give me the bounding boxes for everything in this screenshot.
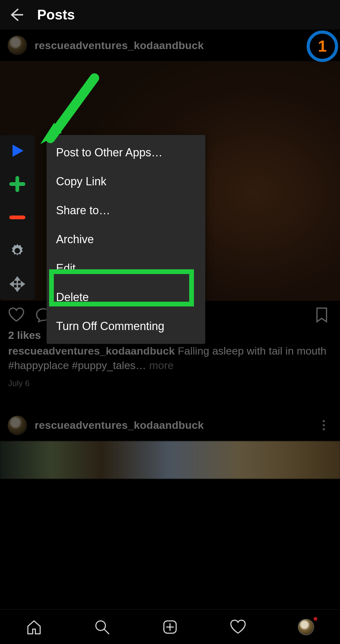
nav-home[interactable]: [25, 618, 43, 636]
avatar: [298, 619, 314, 635]
post-author-row: rescueadventures_kodaandbuck: [0, 30, 340, 61]
post-timestamp: July 6: [8, 378, 332, 388]
heart-icon: [230, 619, 246, 635]
bottom-nav: [0, 609, 340, 644]
nav-search[interactable]: [93, 618, 111, 636]
svg-line-5: [105, 629, 109, 634]
search-icon: [94, 619, 110, 635]
bookmark-icon: [314, 307, 330, 323]
menu-post-other-apps[interactable]: Post to Other Apps…: [47, 138, 205, 167]
post-username[interactable]: rescueadventures_kodaandbuck: [35, 39, 317, 52]
post-more-button[interactable]: [317, 419, 330, 432]
notification-dot-icon: [314, 617, 317, 621]
gear-icon: [9, 243, 26, 259]
move-button[interactable]: [8, 275, 27, 294]
nav-activity[interactable]: [229, 618, 247, 636]
menu-delete[interactable]: Delete: [47, 283, 205, 312]
annotation-toolbar: [0, 135, 35, 300]
play-icon: [9, 143, 26, 159]
post-author-row: rescueadventures_kodaandbuck: [0, 410, 340, 441]
page-title: Posts: [37, 7, 75, 23]
play-button[interactable]: [8, 141, 27, 160]
nav-profile[interactable]: [297, 618, 315, 636]
menu-share-to[interactable]: Share to…: [47, 196, 205, 225]
remove-button[interactable]: [8, 208, 27, 227]
arrow-left-icon: [8, 7, 24, 23]
plus-icon: [9, 176, 26, 192]
post-username[interactable]: rescueadventures_kodaandbuck: [35, 419, 317, 431]
dot-icon: [323, 420, 325, 422]
avatar[interactable]: [8, 36, 27, 55]
create-post-icon: [162, 619, 178, 635]
menu-turn-off-commenting[interactable]: Turn Off Commenting: [47, 312, 205, 341]
nav-create[interactable]: [161, 618, 179, 636]
post-options-menu: Post to Other Apps… Copy Link Share to… …: [47, 135, 205, 344]
svg-point-0: [15, 248, 20, 253]
heart-icon: [8, 307, 25, 323]
svg-point-4: [96, 621, 105, 630]
bookmark-button[interactable]: [314, 307, 330, 323]
header-bar: Posts: [0, 0, 340, 30]
caption-more[interactable]: more: [149, 359, 173, 371]
menu-archive[interactable]: Archive: [47, 225, 205, 254]
menu-copy-link[interactable]: Copy Link: [47, 167, 205, 196]
like-button[interactable]: [8, 307, 25, 323]
minus-icon: [9, 209, 26, 226]
caption-username[interactable]: rescueadventures_kodaandbuck: [8, 345, 175, 357]
settings-button[interactable]: [8, 241, 27, 260]
menu-edit[interactable]: Edit: [47, 254, 205, 283]
home-icon: [26, 619, 42, 635]
avatar[interactable]: [8, 416, 27, 435]
annotation-step-badge: 1: [307, 31, 338, 62]
post-image[interactable]: [0, 441, 340, 479]
dot-icon: [323, 424, 325, 426]
back-button[interactable]: [8, 7, 30, 23]
dot-icon: [323, 428, 325, 430]
post-caption[interactable]: rescueadventures_kodaandbuck Falling asl…: [8, 344, 332, 373]
move-icon: [9, 276, 26, 292]
add-button[interactable]: [8, 175, 27, 193]
